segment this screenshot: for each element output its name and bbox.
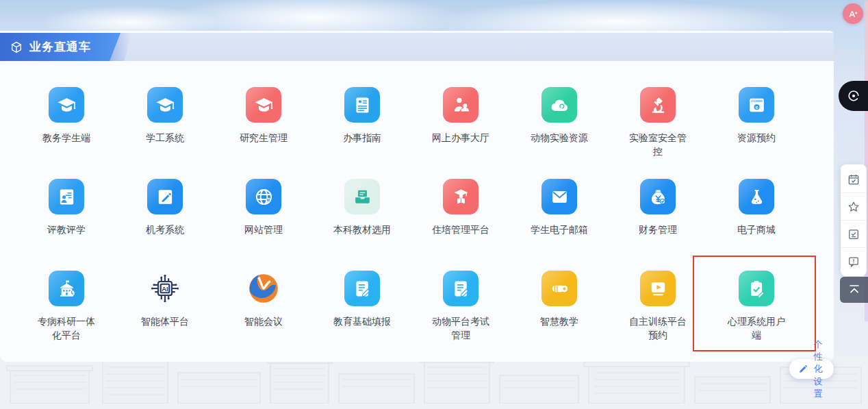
app-tile[interactable]: 网上办事大厅 <box>411 87 510 179</box>
app-grid: 教务学生端 学工系统 研究生管理 办事指南 网上办事大厅 动物实验资源 实验室安… <box>17 87 806 362</box>
business-panel: 业务直通车 教务学生端 学工系统 研究生管理 办事指南 网上办事大厅 动物实验资… <box>0 31 834 362</box>
personalize-label: 个性化设置 <box>811 338 825 400</box>
graduation-cap-icon <box>49 87 84 123</box>
microscope-icon <box>640 87 676 123</box>
back-to-top-button[interactable] <box>840 277 868 303</box>
app-label: 实验室安全管控 <box>625 131 691 158</box>
pencil-icon <box>798 364 808 374</box>
app-label: 教育基础填报 <box>333 314 391 328</box>
translate-icon <box>847 8 860 21</box>
back-to-top-icon <box>847 282 862 297</box>
app-tile[interactable]: 机考系统 <box>116 179 214 271</box>
app-label: 智能体平台 <box>141 314 189 328</box>
section-header: 业务直通车 <box>0 33 120 61</box>
svg-text:e: e <box>755 104 758 109</box>
star-icon[interactable] <box>841 193 867 220</box>
app-tile[interactable]: 心理系统用户端 <box>707 271 806 362</box>
browser-icon: e <box>739 87 774 123</box>
person-document-icon <box>49 179 84 214</box>
translate-button[interactable] <box>843 3 863 24</box>
app-label: 学生电子邮箱 <box>531 223 588 236</box>
app-label: 自主训练平台预约 <box>625 314 691 342</box>
app-label: 教务学生端 <box>42 131 90 145</box>
app-label: 动物平台考试管理 <box>428 314 494 342</box>
app-tile[interactable]: 办事指南 <box>313 87 411 179</box>
app-tile[interactable]: 电子商城 <box>707 179 806 271</box>
clipboard-check-icon <box>739 271 774 306</box>
app-label: 智能会议 <box>244 314 283 328</box>
app-tile[interactable]: 住培管理平台 <box>411 179 510 271</box>
cloud-icon <box>541 87 577 123</box>
tray-icon <box>344 179 380 214</box>
meeting-logo-icon <box>246 271 281 306</box>
app-label: 本科教材选用 <box>333 223 391 236</box>
video-play-icon <box>640 271 676 306</box>
flask-icon <box>739 179 774 214</box>
assistant-icon <box>845 88 862 104</box>
app-tile[interactable]: M 网站管理 <box>214 179 313 271</box>
app-tile[interactable]: 学工系统 <box>116 87 214 179</box>
app-tile[interactable]: 教育基础填报 <box>313 271 411 362</box>
svg-text:M: M <box>266 198 270 202</box>
document-icon <box>344 87 380 123</box>
app-label: 学工系统 <box>146 131 184 145</box>
side-toolbar <box>841 164 867 276</box>
graduation-reader-icon <box>443 179 478 214</box>
app-tile[interactable]: 学生电子邮箱 <box>510 179 609 271</box>
app-label: 研究生管理 <box>240 131 288 145</box>
book-pencil-icon <box>147 179 183 214</box>
diploma-icon <box>541 271 577 306</box>
document-pencil-icon <box>344 271 380 306</box>
app-tile[interactable]: 专病科研一体化平台 <box>17 271 116 362</box>
app-tile[interactable]: 教务学生端 <box>17 87 116 179</box>
app-label: 智慧教学 <box>540 314 578 328</box>
app-tile[interactable]: 评教评学 <box>17 179 116 271</box>
feedback-icon[interactable] <box>841 247 867 275</box>
app-tile[interactable]: 动物平台考试管理 <box>411 271 510 362</box>
campus-sketch <box>0 356 868 409</box>
app-label: 资源预约 <box>737 131 776 145</box>
section-title: 业务直通车 <box>29 39 91 55</box>
app-label: 专病科研一体化平台 <box>34 314 99 342</box>
app-tile[interactable]: 动物实验资源 <box>510 87 609 179</box>
app-tile[interactable]: e 资源预约 <box>707 87 806 179</box>
ai-chip-icon: AI <box>147 271 183 306</box>
app-label: 财务管理 <box>639 223 677 236</box>
globe-icon: M <box>246 179 281 214</box>
assistant-widget[interactable] <box>839 81 868 111</box>
graduation-cap-icon <box>246 87 281 123</box>
app-label: 办事指南 <box>343 131 381 145</box>
envelope-icon <box>541 179 577 214</box>
app-label: 评教评学 <box>47 223 86 236</box>
app-tile[interactable]: AI 智能体平台 <box>116 271 214 362</box>
app-tile[interactable]: 本科教材选用 <box>313 179 411 271</box>
app-label: 网站管理 <box>244 223 283 236</box>
money-bag-icon <box>640 179 676 214</box>
app-label: 心理系统用户端 <box>724 314 789 342</box>
app-tile[interactable]: 财务管理 <box>609 179 707 271</box>
school-building-icon <box>49 271 84 306</box>
document-pencil-icon <box>443 271 478 306</box>
app-tile[interactable]: 智能会议 <box>214 271 313 362</box>
app-tile[interactable]: 智慧教学 <box>510 271 609 362</box>
personalize-settings-button[interactable]: 个性化设置 <box>789 359 834 379</box>
cube-icon <box>10 40 23 54</box>
person-desk-icon <box>443 87 478 123</box>
calendar-icon[interactable] <box>841 166 867 193</box>
graduation-cap-icon <box>147 87 183 123</box>
svg-text:AI: AI <box>162 285 168 293</box>
app-label: 住培管理平台 <box>432 223 489 236</box>
app-label: 网上办事大厅 <box>432 131 489 145</box>
app-tile[interactable]: 自主训练平台预约 <box>609 271 707 362</box>
approval-icon[interactable] <box>841 220 867 247</box>
app-label: 机考系统 <box>146 223 184 236</box>
app-tile[interactable]: 实验室安全管控 <box>609 87 707 179</box>
app-label: 动物实验资源 <box>531 131 588 145</box>
app-tile[interactable]: 研究生管理 <box>214 87 313 179</box>
app-label: 电子商城 <box>737 223 776 236</box>
